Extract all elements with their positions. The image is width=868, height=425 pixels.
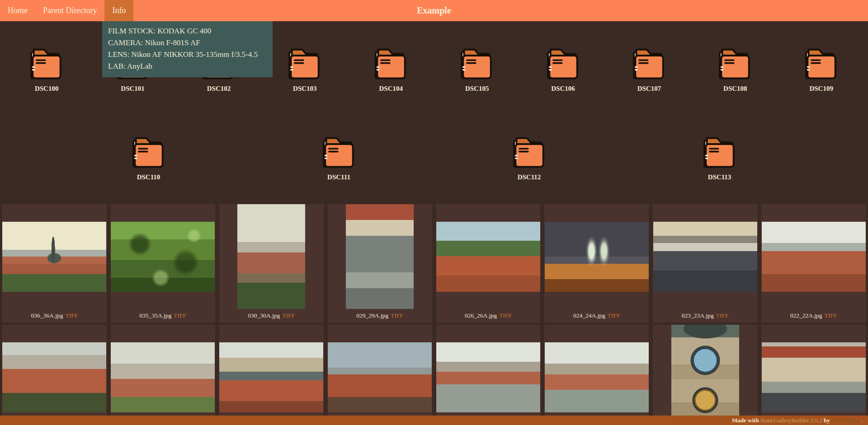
nav-item-home[interactable]: Home (0, 0, 35, 21)
folder-item-dsc113[interactable]: DSC113 (701, 135, 738, 182)
gallery-grid: 036_36A.jpg TIFF 035_35A.jpg TIFF 030_30… (0, 204, 868, 425)
thumbnail-link[interactable] (328, 204, 432, 309)
thumbnail-caption: 023_23A.jpg TIFF (653, 309, 757, 322)
image-filename-link[interactable]: 030_30A.jpg (248, 312, 280, 319)
folder-icon (545, 47, 582, 81)
folder-icon (701, 135, 738, 170)
folder-label: DSC103 (293, 84, 317, 93)
folder-item-dsc108[interactable]: DSC108 (692, 47, 778, 93)
gallery-cell (653, 325, 757, 425)
gallery-cell (544, 325, 649, 425)
folder-icon (130, 135, 167, 170)
image-filename-link[interactable]: 036_36A.jpg (31, 312, 63, 319)
image-filename-link[interactable]: 024_24A.jpg (573, 312, 605, 319)
thumbnail-caption: 035_35A.jpg TIFF (111, 309, 215, 322)
gallery-cell: 024_24A.jpg TIFF (544, 204, 649, 322)
gallery-cell (219, 325, 324, 425)
folder-item-dsc112[interactable]: DSC112 (511, 135, 548, 182)
footer-srgn-logo[interactable]: </srgn> (831, 417, 860, 424)
folder-item-dsc109[interactable]: DSC109 (778, 47, 864, 93)
photo-thumbnail (653, 222, 757, 292)
photo-thumbnail (111, 342, 215, 412)
image-filename-link[interactable]: 029_29A.jpg (356, 312, 388, 319)
image-filename-link[interactable]: 023_23A.jpg (682, 312, 714, 319)
photo-thumbnail (328, 342, 432, 412)
gallery-cell: 026_26A.jpg TIFF (436, 204, 541, 322)
photo-thumbnail (436, 342, 540, 412)
image-filename-link[interactable]: 035_35A.jpg (139, 312, 171, 319)
photo-thumbnail (237, 204, 305, 309)
folder-label: DSC112 (518, 173, 541, 182)
gallery-cell (111, 325, 215, 425)
footer-dot: . (861, 417, 863, 424)
folder-icon (28, 47, 65, 81)
image-filename-link[interactable]: 026_26A.jpg (465, 312, 497, 319)
photo-thumbnail (545, 222, 649, 292)
folder-icon (511, 135, 548, 170)
tiff-link[interactable]: TIFF (391, 312, 403, 319)
folder-icon (803, 47, 840, 81)
folder-item-dsc100[interactable]: DSC100 (4, 47, 90, 93)
info-line-lab: LAB: AnyLab (108, 61, 267, 72)
tiff-link[interactable]: TIFF (174, 312, 186, 319)
thumbnail-link[interactable] (111, 325, 215, 425)
info-panel: FILM STOCK: KODAK GC 400 CAMERA: Nikon F… (102, 21, 273, 77)
folder-icon (321, 135, 358, 170)
thumbnail-link[interactable] (653, 325, 757, 425)
tiff-link[interactable]: TIFF (65, 312, 78, 319)
folder-item-dsc105[interactable]: DSC105 (434, 47, 520, 93)
folder-icon (458, 47, 495, 81)
folder-label: DSC111 (327, 173, 350, 182)
thumbnail-caption: 030_30A.jpg TIFF (219, 309, 324, 322)
thumbnail-link[interactable] (2, 204, 107, 309)
folders-row-2: DSC110 DSC111 DSC112 DSC113 (0, 135, 868, 182)
folder-item-dsc104[interactable]: DSC104 (348, 47, 434, 93)
folder-label: DSC102 (207, 84, 231, 93)
folder-label: DSC110 (137, 173, 160, 182)
folder-item-dsc107[interactable]: DSC107 (606, 47, 692, 93)
thumbnail-link[interactable] (219, 204, 324, 309)
tiff-link[interactable]: TIFF (716, 312, 729, 319)
tiff-link[interactable]: TIFF (608, 312, 620, 319)
thumbnail-link[interactable] (111, 204, 215, 309)
photo-thumbnail (762, 342, 866, 412)
gallery-cell (2, 325, 107, 425)
info-line-lens: LENS: Nikon AF NIKKOR 35-135mm f/3.5-4.5 (108, 49, 267, 61)
folder-item-dsc110[interactable]: DSC110 (130, 135, 167, 182)
thumbnail-link[interactable] (436, 325, 541, 425)
gallery-cell: 023_23A.jpg TIFF (653, 204, 757, 322)
nav-item-parent-directory[interactable]: Parent Directory (35, 0, 104, 21)
thumbnail-link[interactable] (544, 325, 649, 425)
thumbnail-link[interactable] (219, 325, 324, 425)
footer-by: by (824, 417, 830, 424)
thumbnail-link[interactable] (761, 204, 866, 309)
folder-icon (286, 47, 323, 81)
photo-thumbnail (2, 342, 106, 412)
gallery-cell (328, 325, 432, 425)
folder-item-dsc111[interactable]: DSC111 (321, 135, 358, 182)
photo-thumbnail (436, 222, 540, 292)
thumbnail-link[interactable] (2, 325, 107, 425)
thumbnail-link[interactable] (544, 204, 649, 309)
folder-icon (373, 47, 410, 81)
tiff-link[interactable]: TIFF (825, 312, 837, 319)
thumbnail-caption: 036_36A.jpg TIFF (2, 309, 107, 322)
info-line-film-stock: FILM STOCK: KODAK GC 400 (108, 25, 267, 37)
folder-label: DSC107 (637, 84, 661, 93)
footer-builder-link[interactable]: StaticGalleryBuilder 2.6.2 (760, 417, 822, 424)
navbar: Home Parent Directory Info Example (0, 0, 868, 21)
thumbnail-link[interactable] (761, 325, 866, 425)
folder-item-dsc106[interactable]: DSC106 (520, 47, 606, 93)
thumbnail-link[interactable] (653, 204, 757, 309)
thumbnail-link[interactable] (436, 204, 541, 309)
tiff-link[interactable]: TIFF (282, 312, 295, 319)
gallery-cell: 030_30A.jpg TIFF (219, 204, 324, 322)
thumbnail-caption: 026_26A.jpg TIFF (436, 309, 541, 322)
thumbnail-link[interactable] (328, 325, 432, 425)
nav-item-info[interactable]: Info (104, 0, 133, 21)
folder-item-dsc103[interactable]: DSC103 (262, 47, 348, 93)
image-filename-link[interactable]: 022_22A.jpg (790, 312, 822, 319)
thumbnail-caption: 022_22A.jpg TIFF (761, 309, 866, 322)
folder-label: DSC106 (551, 84, 575, 93)
tiff-link[interactable]: TIFF (499, 312, 512, 319)
